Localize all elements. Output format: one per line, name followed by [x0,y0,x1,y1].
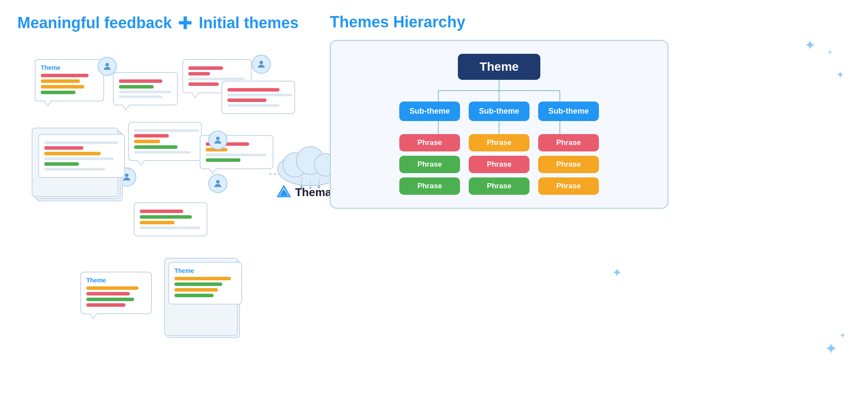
line [119,91,171,93]
bar [188,66,223,70]
sparkle-1: ✦ [804,37,816,53]
bar [44,146,83,150]
bar [86,286,138,290]
svg-point-4 [216,137,220,140]
phrase-2-3-label: Phrase [487,182,512,190]
doc-card-5 [38,134,125,178]
phrase-node-1-3: Phrase [399,177,460,195]
phrase-node-2-2: Phrase [469,156,529,173]
bar [119,79,162,83]
sparkle-2: ✦ [827,48,833,57]
phrase-node-1-1: Phrase [399,134,460,151]
phrase-columns: Phrase Phrase Phrase Phrase [399,134,599,195]
main-container: Meaningful feedback ✚ Initial themes The… [0,0,868,397]
doc-card-10: Theme [168,262,242,305]
bar [227,98,266,102]
phrase-1-1-label: Phrase [418,138,442,147]
phrase-3-3-label: Phrase [556,182,581,190]
phrase-node-2-1: Phrase [469,134,529,151]
sparkle-4: ✦ [612,266,622,280]
svg-point-1 [260,61,263,64]
bar [206,158,240,162]
doc-card-4 [221,81,295,114]
sparkle-5: ✦ [825,340,838,358]
doc-card-6 [128,122,202,161]
hierarchy-box: Theme Sub-theme [330,40,668,209]
subtheme-row: Sub-theme Sub-theme Sub-theme [399,102,599,121]
bar [174,288,218,292]
card10-theme-label: Theme [174,267,236,274]
avatar-icon-4 [208,174,227,193]
bar [134,140,160,143]
bar [41,74,89,77]
subtheme-node-1: Sub-theme [399,102,460,121]
right-title: Themes Hierarchy [330,13,851,31]
line [227,94,293,96]
bar [174,294,214,297]
subtheme-2-label: Sub-theme [479,107,519,115]
bar [119,85,154,89]
sparkle-3: ✦ [836,69,844,81]
bar [86,298,134,301]
bar [227,88,279,92]
sparkle-6: ✦ [839,330,846,341]
theme-to-subtheme-connector [404,80,595,102]
phrase-1-2-label: Phrase [418,160,442,168]
phrase-col-1: Phrase Phrase Phrase [399,134,460,195]
subtheme-node-2: Sub-theme [469,102,529,121]
card1-theme-label: Theme [41,64,98,71]
docs-area: Theme [17,46,295,358]
line [44,168,105,171]
bar [140,215,192,219]
bar [140,221,174,224]
doc-card-8 [134,202,207,236]
svg-point-0 [105,63,109,66]
bar [41,91,76,94]
phrase-3-2-label: Phrase [556,160,581,168]
left-section: Meaningful feedback ✚ Initial themes The… [17,13,312,384]
phrase-node-3-2: Phrase [538,156,599,173]
thematic-logo-icon [276,184,292,200]
doc-card-1: Theme [35,59,104,102]
bar [174,277,231,280]
line [140,226,201,229]
bar [188,72,210,75]
phrase-2-1-label: Phrase [487,138,512,147]
bar [86,292,130,295]
line [134,151,191,154]
left-title-part1: Meaningful feedback [17,14,172,32]
subtheme-to-phrase-connector [404,121,595,134]
svg-point-3 [216,180,220,184]
phrase-node-1-2: Phrase [399,156,460,173]
bar [134,145,178,149]
phrase-col-3: Phrase Phrase Phrase [538,134,599,195]
doc-card-2 [113,72,178,105]
plus-icon: ✚ [178,13,193,33]
right-section: Themes Hierarchy ✦ ✦ ✦ ✦ ✦ ✦ Theme [330,13,851,384]
line [119,95,162,98]
svg-point-2 [125,174,128,177]
avatar-icon-5 [208,131,227,150]
phrase-node-3-1: Phrase [538,134,599,151]
left-title: Meaningful feedback ✚ Initial themes [17,13,312,33]
bar [41,79,80,83]
avatar-icon-2 [252,55,271,74]
bar [134,134,169,138]
bar [174,282,222,286]
phrase-node-3-3: Phrase [538,177,599,195]
bar [44,162,79,166]
bar [86,303,125,307]
subtheme-node-3: Sub-theme [538,102,599,121]
phrase-1-3-label: Phrase [418,182,442,190]
line [44,157,114,160]
line [44,141,118,144]
line [134,129,199,132]
bar [44,152,101,155]
line [206,154,266,156]
tree-layout: Theme Sub-theme [344,54,654,195]
theme-node: Theme [458,54,540,80]
bar [140,210,183,213]
phrase-node-2-3: Phrase [469,177,529,195]
subtheme-3-label: Sub-theme [548,107,589,115]
phrase-col-2: Phrase Phrase Phrase [469,134,529,195]
